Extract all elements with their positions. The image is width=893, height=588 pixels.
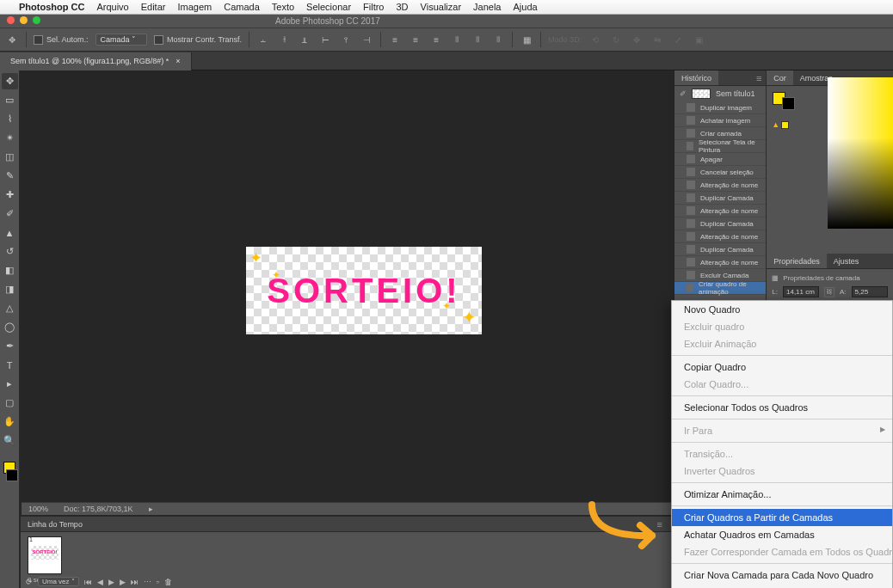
- history-item[interactable]: Duplicar Camada: [674, 217, 766, 230]
- distribute-top-icon[interactable]: ≡: [388, 33, 402, 46]
- first-frame-icon[interactable]: ⏮: [84, 578, 92, 586]
- pen-tool[interactable]: ✒: [2, 338, 18, 354]
- auto-align-icon[interactable]: ▦: [520, 33, 533, 46]
- show-transform-checkbox[interactable]: Mostrar Contr. Transf.: [154, 35, 242, 45]
- clone-stamp-tool[interactable]: ▲: [2, 224, 18, 241]
- menu-filtro[interactable]: Filtro: [363, 2, 384, 12]
- tween-icon[interactable]: ⋯: [144, 578, 151, 586]
- history-item[interactable]: Achatar imagem: [674, 114, 766, 127]
- menu-camada[interactable]: Camada: [224, 2, 260, 12]
- history-item[interactable]: Duplicar Camada: [674, 243, 766, 256]
- height-field[interactable]: 5,25: [852, 286, 888, 297]
- menu-arquivo[interactable]: Arquivo: [96, 2, 128, 12]
- context-menu-item[interactable]: Novas Camadas Visíveis em Todos os Quadr…: [672, 584, 892, 588]
- menu-janela[interactable]: Janela: [473, 2, 501, 12]
- menu-texto[interactable]: Texto: [272, 2, 294, 12]
- align-vcenter-icon[interactable]: ⫲: [277, 33, 291, 46]
- history-item[interactable]: Cancelar seleção: [674, 166, 766, 179]
- color-background-swatch[interactable]: [782, 97, 795, 110]
- context-menu-item[interactable]: Criar Quadros a Partir de Camadas: [672, 509, 892, 526]
- link-icon[interactable]: ⛓: [824, 287, 834, 297]
- context-menu-item[interactable]: Criar Nova Camada para Cada Novo Quadro: [672, 567, 892, 584]
- close-tab-icon[interactable]: ×: [176, 57, 180, 65]
- menu-3d[interactable]: 3D: [397, 2, 409, 12]
- panel-menu-icon[interactable]: ≡: [752, 73, 766, 83]
- context-menu-item[interactable]: Otimizar Animação...: [672, 486, 892, 503]
- width-field[interactable]: 14,11 cm: [783, 286, 819, 297]
- chevron-right-icon[interactable]: ▸: [149, 505, 153, 513]
- history-item[interactable]: Alteração de nome: [674, 230, 766, 243]
- path-select-tool[interactable]: ▸: [2, 376, 18, 392]
- crop-tool[interactable]: ◫: [2, 149, 18, 165]
- menu-editar[interactable]: Editar: [141, 2, 166, 12]
- zoom-tool[interactable]: 🔍: [2, 432, 18, 449]
- align-left-icon[interactable]: ⊢: [318, 33, 332, 46]
- close-icon[interactable]: [7, 16, 15, 24]
- tab-propriedades[interactable]: Propriedades: [767, 254, 827, 268]
- menu-imagem[interactable]: Imagem: [177, 2, 212, 12]
- color-picker-gradient[interactable]: [828, 77, 893, 229]
- background-swatch[interactable]: [6, 469, 18, 481]
- history-item[interactable]: Duplicar Camada: [674, 192, 766, 205]
- zoom-level[interactable]: 100%: [28, 505, 48, 513]
- distribute-bottom-icon[interactable]: ≡: [429, 33, 443, 46]
- context-menu-item[interactable]: Selecionar Todos os Quadros: [672, 399, 892, 416]
- loop-icon[interactable]: ⟳: [26, 578, 33, 586]
- history-document[interactable]: ✐ Sem título1: [674, 86, 766, 101]
- history-item[interactable]: Selecionar Tela de Pintura: [674, 140, 766, 153]
- context-menu-item[interactable]: Novo Quadro: [672, 301, 892, 318]
- distribute-left-icon[interactable]: ⦀: [450, 33, 464, 46]
- healing-tool[interactable]: ✚: [2, 187, 18, 203]
- next-frame-icon[interactable]: ▶: [120, 578, 126, 586]
- align-top-icon[interactable]: ⫠: [256, 33, 270, 46]
- history-item[interactable]: Alteração de nome: [674, 205, 766, 217]
- menu-selecionar[interactable]: Selecionar: [306, 2, 351, 12]
- type-tool[interactable]: T: [2, 357, 18, 373]
- new-frame-icon[interactable]: ▫: [157, 578, 159, 586]
- distribute-vcenter-icon[interactable]: ≡: [409, 33, 422, 46]
- history-item[interactable]: Duplicar imagem: [674, 101, 766, 114]
- eyedropper-tool[interactable]: ✎: [2, 168, 18, 184]
- app-name[interactable]: Photoshop CC: [19, 2, 84, 12]
- menu-visualizar[interactable]: Visualizar: [421, 2, 462, 12]
- last-frame-icon[interactable]: ⏭: [131, 578, 139, 586]
- blur-tool[interactable]: △: [2, 300, 18, 316]
- context-menu-item[interactable]: Copiar Quadro: [672, 358, 892, 376]
- history-brush-tool[interactable]: ↺: [2, 243, 18, 260]
- document-tab[interactable]: Sem título1 @ 100% (figura11.png, RGB/8#…: [0, 52, 192, 70]
- move-tool[interactable]: ✥: [2, 73, 18, 89]
- history-item[interactable]: Alteração de nome: [674, 179, 766, 192]
- shape-tool[interactable]: ▢: [2, 395, 18, 411]
- distribute-right-icon[interactable]: ⦀: [491, 33, 505, 46]
- move-tool-icon[interactable]: ✥: [5, 33, 19, 46]
- loop-select[interactable]: Uma vez ˅: [38, 577, 79, 586]
- traffic-lights[interactable]: [7, 16, 40, 24]
- eraser-tool[interactable]: ◧: [2, 262, 18, 279]
- doc-size[interactable]: Doc: 175,8K/703,1K: [64, 505, 133, 513]
- gradient-tool[interactable]: ◨: [2, 281, 18, 297]
- marquee-tool[interactable]: ▭: [2, 92, 18, 108]
- zoom-icon[interactable]: [33, 16, 40, 24]
- minimize-icon[interactable]: [20, 16, 28, 24]
- brush-tool[interactable]: ✐: [2, 205, 18, 222]
- distribute-hcenter-icon[interactable]: ⦀: [471, 33, 484, 46]
- auto-select-target[interactable]: Camada ˅: [95, 34, 148, 46]
- delete-frame-icon[interactable]: 🗑: [164, 578, 172, 586]
- timeline-frame[interactable]: 1 SORTEIO!: [28, 536, 62, 574]
- tab-ajustes[interactable]: Ajustes: [827, 254, 866, 268]
- prev-frame-icon[interactable]: ◀: [97, 578, 103, 586]
- hand-tool[interactable]: ✋: [2, 413, 18, 430]
- align-bottom-icon[interactable]: ⫫: [298, 33, 311, 46]
- dodge-tool[interactable]: ◯: [2, 319, 18, 335]
- lasso-tool[interactable]: ⌇: [2, 111, 18, 127]
- tab-history[interactable]: Histórico: [674, 70, 718, 85]
- context-menu-item[interactable]: Achatar Quadros em Camadas: [672, 526, 892, 543]
- magic-wand-tool[interactable]: ✴: [2, 130, 18, 146]
- history-item[interactable]: Alteração de nome: [674, 256, 766, 269]
- menu-ajuda[interactable]: Ajuda: [513, 2, 537, 12]
- play-icon[interactable]: ▶: [108, 578, 114, 586]
- history-item[interactable]: Apagar: [674, 153, 766, 166]
- auto-select-checkbox[interactable]: Sel. Autom.:: [34, 35, 89, 45]
- history-item[interactable]: Criar quadro de animação: [674, 282, 766, 295]
- document-canvas[interactable]: ✦ ✦ SORTEIO! ✦ ✦: [246, 247, 482, 334]
